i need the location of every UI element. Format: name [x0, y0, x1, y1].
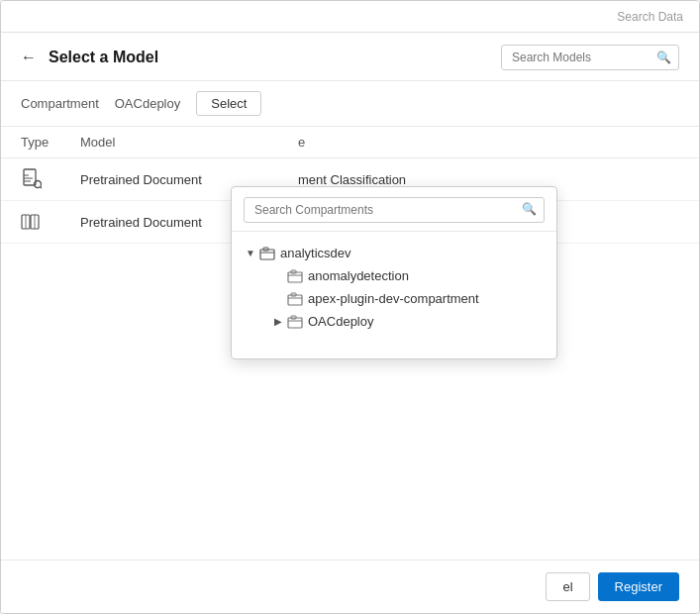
cancel-button[interactable]: el: [546, 572, 589, 601]
topbar: Search Data: [1, 1, 699, 33]
compartment-label: Compartment: [21, 96, 99, 111]
dropdown-search-wrapper: 🔍: [232, 187, 556, 232]
main-window: Search Data ← Select a Model 🔍 Compartme…: [0, 0, 700, 614]
apex-plugin-label: apex-plugin-dev-compartment: [308, 291, 479, 306]
register-button[interactable]: Register: [598, 572, 679, 601]
type-icon-1: [21, 211, 80, 233]
anomalydetection-label: anomalydetection: [308, 268, 409, 283]
tree-item-anomalydetection[interactable]: ▶ anomalydetection: [244, 264, 545, 287]
pretrained-doc-icon-0: [21, 168, 43, 190]
back-button[interactable]: ←: [21, 50, 37, 65]
compartment-icon-oac: [287, 315, 303, 329]
col-type: Type: [21, 135, 80, 150]
oacdeploy-label: OACdeploy: [308, 314, 373, 329]
search-data-hint: Search Data: [617, 10, 683, 24]
tree-item-apex-plugin[interactable]: ▶ apex-plugin-dev-compartment: [244, 287, 545, 310]
select-button[interactable]: Select: [196, 91, 261, 116]
capability-0: ment Classification: [298, 172, 679, 187]
model-name-0: Pretrained Document: [80, 172, 298, 187]
oacdeploy-toggle[interactable]: ▶: [271, 316, 285, 327]
compartment-search-input[interactable]: [244, 197, 545, 223]
analyticsdev-label: analyticsdev: [280, 246, 351, 260]
col-capability: e: [298, 135, 679, 150]
page-header: ← Select a Model 🔍: [1, 33, 699, 81]
compartment-icon: [259, 247, 275, 260]
compartment-tree: ▼ analyticsdev ▶ anom: [232, 232, 556, 343]
compartment-dropdown: 🔍 ▼ analyticsdev ▶: [231, 186, 557, 359]
footer: el Register: [1, 560, 699, 613]
dropdown-search-icon: 🔍: [522, 202, 537, 216]
type-icon-0: [21, 168, 80, 190]
oacdeploy-label: OACdeploy: [115, 96, 180, 111]
tree-item-analyticsdev[interactable]: ▼ analyticsdev: [244, 242, 545, 264]
compartment-icon-anomaly: [287, 269, 303, 283]
pretrained-doc-icon-1: [21, 211, 43, 233]
search-models-wrapper: 🔍: [501, 45, 679, 70]
svg-line-10: [41, 187, 43, 189]
page-title: Select a Model: [49, 49, 158, 66]
filter-row: Compartment OACdeploy Select 🔍 ▼ analyti…: [1, 81, 699, 127]
search-models-input[interactable]: [501, 45, 679, 70]
header-right: 🔍: [501, 45, 679, 70]
compartment-icon-apex: [287, 292, 303, 306]
analyticsdev-toggle[interactable]: ▼: [244, 248, 257, 258]
col-model: Model: [80, 135, 298, 150]
tree-item-oacdeploy[interactable]: ▶ OACdeploy: [244, 310, 545, 333]
table-header: Type Model e: [1, 127, 699, 158]
